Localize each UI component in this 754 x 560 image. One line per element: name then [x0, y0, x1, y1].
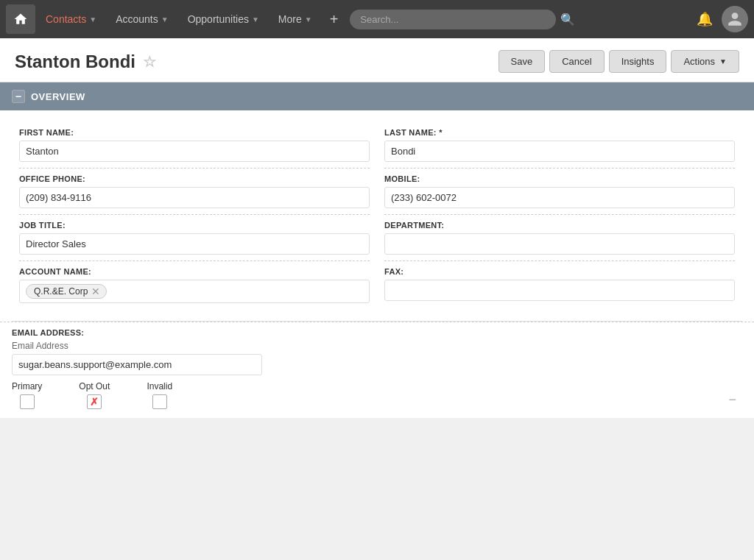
nav-opportunities[interactable]: Opportunities ▼: [179, 9, 268, 29]
fax-field: FAX:: [384, 261, 735, 307]
mobile-label: MOBILE:: [384, 174, 735, 183]
page-action-buttons: Save Cancel Insights Actions ▼: [498, 50, 739, 73]
account-name-tag-field[interactable]: Q.R.&E. Corp ✕: [19, 280, 370, 303]
search-input[interactable]: [350, 10, 556, 29]
collapse-section-button[interactable]: −: [12, 90, 25, 103]
account-name-field: ACCOUNT NAME: Q.R.&E. Corp ✕: [19, 261, 370, 309]
contacts-chevron-icon: ▼: [89, 15, 96, 24]
search-submit-button[interactable]: 🔍: [560, 13, 575, 26]
home-button[interactable]: [6, 4, 35, 34]
remove-email-button[interactable]: −: [722, 392, 742, 408]
email-options-row: Primary Opt Out ✗ Invalid −: [12, 381, 742, 409]
user-avatar[interactable]: [722, 6, 748, 32]
primary-checkbox-group: Primary: [12, 381, 42, 409]
last-name-label: LAST NAME: *: [384, 128, 735, 137]
more-chevron-icon: ▼: [305, 15, 312, 24]
section-overview-label: OVERVIEW: [31, 91, 85, 102]
account-name-label: ACCOUNT NAME:: [19, 267, 370, 276]
invalid-checkbox[interactable]: [152, 394, 167, 409]
invalid-label: Invalid: [147, 381, 172, 391]
email-sublabel: Email Address: [12, 341, 742, 351]
accounts-chevron-icon: ▼: [161, 15, 169, 24]
form-grid: FIRST NAME: OFFICE PHONE: JOB TITLE: ACC…: [0, 110, 754, 321]
save-button[interactable]: Save: [498, 50, 546, 73]
first-name-input[interactable]: [19, 141, 370, 162]
insights-button[interactable]: Insights: [609, 50, 667, 73]
email-address-label: EMAIL ADDRESS:: [12, 328, 742, 337]
office-phone-label: OFFICE PHONE:: [19, 174, 370, 183]
add-button[interactable]: +: [323, 8, 346, 31]
department-label: DEPARTMENT:: [384, 221, 735, 230]
account-tag: Q.R.&E. Corp ✕: [26, 284, 107, 299]
nav-more[interactable]: More ▼: [269, 9, 321, 29]
first-name-label: FIRST NAME:: [19, 128, 370, 137]
primary-checkbox[interactable]: [20, 394, 35, 409]
fax-label: FAX:: [384, 267, 735, 276]
last-name-field: LAST NAME: *: [384, 122, 735, 169]
invalid-checkbox-group: Invalid: [147, 381, 172, 409]
account-tag-remove-icon[interactable]: ✕: [91, 286, 100, 297]
form-col-left: FIRST NAME: OFFICE PHONE: JOB TITLE: ACC…: [12, 118, 377, 313]
section-overview-header: − OVERVIEW: [0, 82, 754, 110]
job-title-field: JOB TITLE:: [19, 215, 370, 261]
page-header: Stanton Bondi ☆ Save Cancel Insights Act…: [0, 38, 754, 82]
mobile-field: MOBILE:: [384, 169, 735, 215]
office-phone-field: OFFICE PHONE:: [19, 169, 370, 215]
notifications-bell-icon[interactable]: 🔔: [689, 7, 720, 32]
opt-out-checkbox-group: Opt Out ✗: [79, 381, 110, 409]
department-field: DEPARTMENT:: [384, 215, 735, 261]
top-nav: Contacts ▼ Accounts ▼ Opportunities ▼ Mo…: [0, 0, 754, 38]
contact-name-title: Stanton Bondi: [15, 52, 135, 72]
actions-chevron-icon: ▼: [719, 57, 727, 65]
nav-contacts[interactable]: Contacts ▼: [37, 9, 105, 29]
nav-accounts[interactable]: Accounts ▼: [107, 9, 177, 29]
job-title-input[interactable]: [19, 233, 370, 255]
job-title-label: JOB TITLE:: [19, 221, 370, 230]
opportunities-chevron-icon: ▼: [252, 15, 259, 24]
department-input[interactable]: [384, 233, 735, 255]
last-name-input[interactable]: [384, 141, 735, 162]
opt-out-label: Opt Out: [79, 381, 110, 391]
opt-out-checkbox[interactable]: ✗: [87, 394, 102, 409]
overview-section: − OVERVIEW FIRST NAME: OFFICE PHONE: JOB…: [0, 82, 754, 418]
office-phone-input[interactable]: [19, 187, 370, 208]
actions-button[interactable]: Actions ▼: [671, 50, 739, 73]
account-tag-text: Q.R.&E. Corp: [34, 286, 88, 297]
fax-input[interactable]: [384, 280, 735, 301]
first-name-field: FIRST NAME:: [19, 122, 370, 169]
email-input[interactable]: [12, 354, 262, 375]
form-col-right: LAST NAME: * MOBILE: DEPARTMENT: FAX:: [377, 118, 742, 313]
mobile-input[interactable]: [384, 187, 735, 208]
email-section: EMAIL ADDRESS: Email Address Primary Opt…: [0, 322, 754, 418]
favorite-star-icon[interactable]: ☆: [143, 53, 156, 71]
cancel-button[interactable]: Cancel: [549, 50, 604, 73]
primary-label: Primary: [12, 381, 42, 391]
page-title-area: Stanton Bondi ☆: [15, 52, 156, 72]
